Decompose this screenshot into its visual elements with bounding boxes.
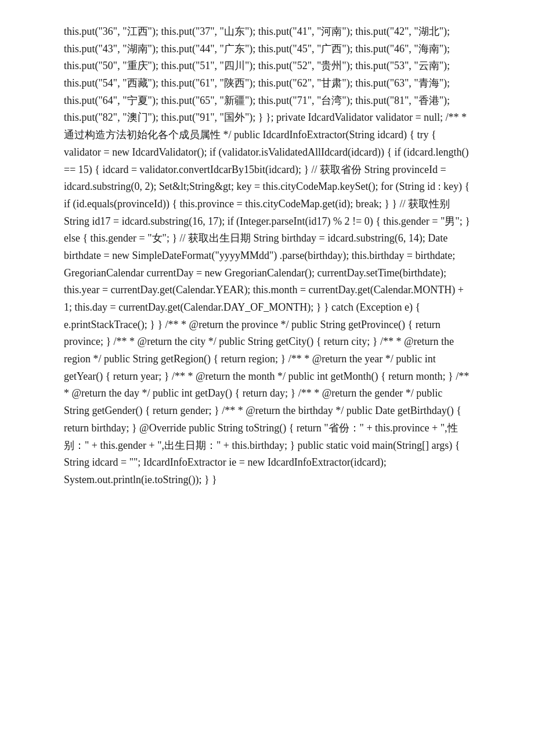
main-content: this.put("36", "江西"); this.put("37", "山东… xyxy=(0,0,534,524)
code-block: this.put("36", "江西"); this.put("37", "山东… xyxy=(64,23,470,489)
